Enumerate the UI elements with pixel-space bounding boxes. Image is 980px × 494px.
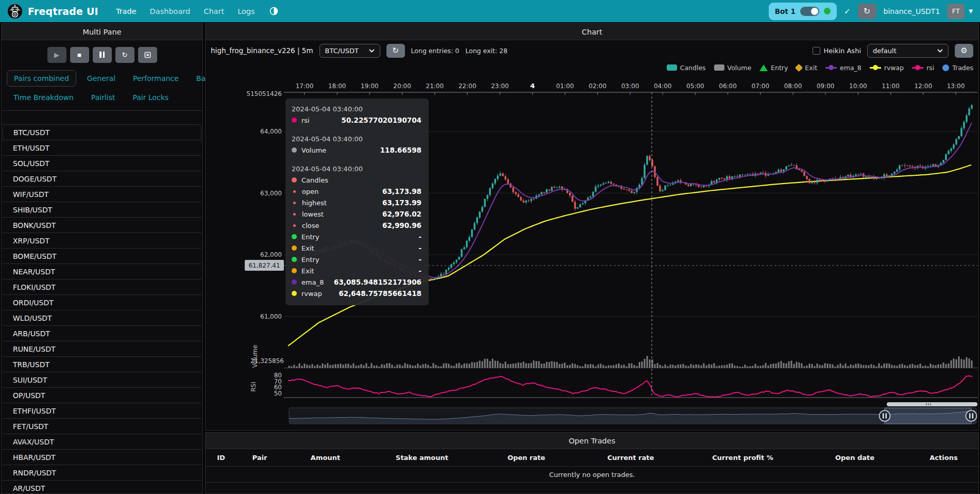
- legend-item-trades[interactable]: Trades: [942, 64, 973, 72]
- play-button[interactable]: ▶: [47, 47, 66, 63]
- reload-config-button[interactable]: ↻: [115, 47, 134, 63]
- pair-row-bome[interactable]: BOME/USDT: [3, 249, 201, 264]
- legend-item-exit[interactable]: Exit: [796, 64, 817, 72]
- bot-name: Bot 1: [775, 7, 796, 15]
- tooltip-date: 2024-05-04 03:40:00: [292, 163, 421, 174]
- series-dot-icon: [292, 268, 297, 273]
- column-header-amount: Amount: [283, 454, 368, 462]
- chart-header: Chart: [206, 24, 978, 40]
- pair-row-eth[interactable]: ETH/USDT: [3, 140, 201, 156]
- nav-link-dashboard[interactable]: Dashboard: [150, 7, 191, 15]
- pair-row-avax[interactable]: AVAX/USDT: [3, 434, 201, 450]
- pair-row-wld[interactable]: WLD/USDT: [3, 310, 201, 326]
- tooltip-row-entry: Entry-: [292, 254, 421, 265]
- heikin-ashi-label: Heikin Ashi: [824, 47, 861, 55]
- svg-text:10:00: 10:00: [849, 83, 867, 90]
- tab-pairs-combined[interactable]: Pairs combined: [7, 70, 76, 87]
- series-dot-icon: [293, 224, 296, 227]
- stop-button[interactable]: ■: [70, 47, 89, 63]
- pair-row-shib[interactable]: SHIB/USDT: [3, 202, 201, 218]
- tab-pairlist[interactable]: Pairlist: [85, 90, 122, 105]
- chart-tooltip: 2024-05-04 03:40:00rsi50.225770201907042…: [285, 98, 429, 305]
- pair-row-arb[interactable]: ARB/USDT: [3, 326, 201, 341]
- svg-text:62,000: 62,000: [260, 251, 282, 258]
- svg-text:22:00: 22:00: [459, 83, 477, 90]
- pair-row-doge[interactable]: DOGE/USDT: [3, 171, 201, 187]
- refresh-chart-button[interactable]: ↻: [386, 44, 405, 58]
- tab-performance[interactable]: Performance: [126, 71, 185, 86]
- pair-select[interactable]: BTC/USDT: [319, 44, 380, 58]
- svg-text:61,000: 61,000: [260, 313, 282, 320]
- pair-row-sui[interactable]: SUI/USDT: [3, 372, 201, 388]
- pair-select-value: BTC/USDT: [325, 47, 359, 55]
- column-header-stake-amount: Stake amount: [368, 454, 476, 462]
- pair-row-rndr[interactable]: RNDR/USDT: [3, 465, 201, 481]
- pair-row-ordi[interactable]: ORDI/USDT: [3, 295, 201, 310]
- user-avatar[interactable]: FT: [947, 4, 965, 19]
- svg-text:4: 4: [530, 82, 535, 90]
- datazoom-selection: [885, 408, 971, 424]
- theme-toggle-icon[interactable]: [269, 7, 278, 15]
- heikin-ashi-control: Heikin Ashi: [813, 47, 861, 55]
- tooltip-value: -: [418, 233, 421, 241]
- legend-label: ema_8: [840, 64, 861, 72]
- legend-item-rsi[interactable]: rsi: [912, 64, 934, 72]
- bot-selector[interactable]: Bot 1: [769, 3, 837, 20]
- refresh-bot-button[interactable]: ↻: [858, 4, 876, 19]
- h-scrollbar: [887, 402, 977, 406]
- tooltip-label: lowest: [302, 210, 382, 218]
- pair-row-hbar[interactable]: HBAR/USDT: [3, 450, 201, 465]
- pair-row-trb[interactable]: TRB/USDT: [3, 357, 201, 372]
- strategy-timeframe-label: high_frog_binance_v226 | 5m: [211, 46, 313, 55]
- pair-row-near[interactable]: NEAR/USDT: [3, 264, 201, 279]
- svg-text:63,000: 63,000: [260, 190, 282, 197]
- legend-item-volume[interactable]: Volume: [714, 64, 752, 72]
- pair-row-bonk[interactable]: BONK/USDT: [3, 218, 201, 233]
- bot-toggle[interactable]: [800, 7, 819, 16]
- exit-swatch-icon: [795, 63, 803, 72]
- legend-item-ema_8[interactable]: ema_8: [825, 64, 861, 72]
- svg-text:03:00: 03:00: [621, 83, 639, 90]
- top-navbar: Freqtrade UI TradeDashboardChartLogs Bot…: [0, 0, 980, 22]
- pair-row-floki[interactable]: FLOKI/USDT: [3, 279, 201, 295]
- svg-text:08:00: 08:00: [784, 83, 802, 90]
- pair-list: BTC/USDTETH/USDTSOL/USDTDOGE/USDTWIF/USD…: [3, 124, 201, 494]
- pair-row-btc[interactable]: BTC/USDT: [3, 125, 201, 140]
- bot-online-dot: [824, 8, 831, 14]
- tooltip-row-volume: Volume118.66598: [292, 144, 421, 156]
- tooltip-label: Exit: [301, 267, 418, 275]
- svg-text:20:00: 20:00: [393, 83, 411, 90]
- nav-link-chart[interactable]: Chart: [204, 7, 224, 15]
- pair-row-sol[interactable]: SOL/USDT: [3, 156, 201, 171]
- pair-row-xrp[interactable]: XRP/USDT: [3, 233, 201, 249]
- nav-link-logs[interactable]: Logs: [238, 7, 255, 15]
- heikin-ashi-checkbox[interactable]: [813, 47, 820, 55]
- pane-tabs: Pairs combinedGeneralPerformanceBalance …: [2, 69, 202, 111]
- legend-item-candles[interactable]: Candles: [667, 64, 706, 72]
- svg-text:12:00: 12:00: [915, 83, 933, 90]
- svg-text:Volume: Volume: [251, 345, 259, 368]
- tooltip-value: -: [418, 255, 421, 264]
- pause-button[interactable]: [93, 47, 112, 63]
- tab-time-breakdown[interactable]: Time Breakdown: [7, 90, 80, 105]
- tab-pair-locks[interactable]: Pair Locks: [126, 90, 175, 105]
- svg-text:23:00: 23:00: [491, 83, 509, 90]
- legend-item-rvwap[interactable]: rvwap: [870, 64, 904, 72]
- svg-text:61,827.41: 61,827.41: [248, 262, 280, 269]
- nav-link-trade[interactable]: Trade: [116, 7, 137, 15]
- pair-row-wif[interactable]: WIF/USDT: [3, 187, 201, 202]
- pair-row-ethfi[interactable]: ETHFI/USDT: [3, 403, 201, 419]
- tab-general[interactable]: General: [80, 71, 122, 86]
- tooltip-value: 62,648.75785661418: [339, 289, 421, 298]
- pair-row-fet[interactable]: FET/USDT: [3, 419, 201, 434]
- series-dot-icon: [292, 291, 297, 296]
- pair-row-ar[interactable]: AR/USDT: [3, 481, 201, 494]
- plot-config-select[interactable]: default: [867, 44, 949, 58]
- pair-row-op[interactable]: OP/USDT: [3, 388, 201, 403]
- forget-bot-button[interactable]: [138, 47, 157, 63]
- ema_8-swatch-icon: [825, 64, 837, 71]
- legend-item-entry[interactable]: Entry: [759, 64, 788, 72]
- plot-settings-button[interactable]: ⚙: [955, 44, 973, 58]
- chevron-down-icon[interactable]: ▼: [969, 8, 973, 14]
- pair-row-rune[interactable]: RUNE/USDT: [3, 341, 201, 357]
